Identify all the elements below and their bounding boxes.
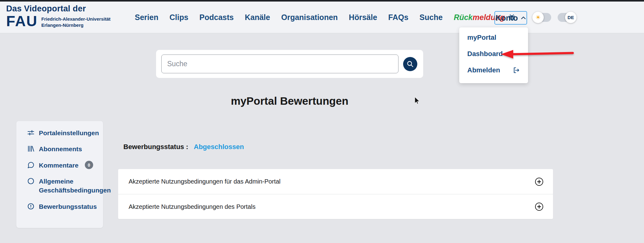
accordion-row-label: Akzeptierte Nutzungsbedingungen des Port…	[129, 203, 255, 210]
search-icon	[407, 60, 414, 68]
feedback-label-green: Rück	[454, 13, 473, 22]
language-label: DE	[568, 15, 574, 20]
language-toggle[interactable]: DE	[558, 13, 576, 22]
main-nav: Serien Clips Podcasts Kanäle Organisatio…	[135, 2, 516, 33]
sidebar-item-label: Bewerbungsstatus	[39, 202, 97, 211]
site-logo[interactable]: Das Videoportal der FAU Friedrich-Alexan…	[6, 4, 110, 28]
language-toggle-knob: DE	[565, 12, 576, 23]
header: Das Videoportal der FAU Friedrich-Alexan…	[0, 2, 644, 33]
nav-item-podcasts[interactable]: Podcasts	[200, 13, 234, 22]
sidebar-item-label: Kommentare	[39, 161, 78, 170]
menu-item-myportal-label: myPortal	[467, 34, 496, 42]
sidebar-item-kommentare[interactable]: Kommentare	[27, 161, 78, 170]
annotation-arrow	[497, 48, 574, 60]
fau-org-line1: Friedrich-Alexander-Universität	[41, 16, 110, 22]
comment-icon	[27, 161, 35, 169]
sidebar-item-abonnements[interactable]: Abonnements	[27, 144, 82, 153]
fau-org-line2: Erlangen-Nürnberg	[41, 22, 110, 28]
status-label: Bewerbungsstatus :	[123, 143, 188, 151]
menu-item-abmelden-label: Abmelden	[467, 66, 500, 74]
accordion-row-portal[interactable]: Akzeptierte Nutzungsbedingungen des Port…	[118, 194, 553, 219]
status-value[interactable]: Abgeschlossen	[194, 143, 244, 151]
search-input[interactable]	[161, 55, 398, 73]
plus-circle-icon[interactable]	[535, 202, 543, 211]
circle-icon	[27, 177, 35, 185]
fau-logo: FAU	[6, 15, 38, 27]
nav-item-serien[interactable]: Serien	[135, 13, 158, 22]
search-button[interactable]	[403, 57, 417, 71]
nav-item-suche[interactable]: Suche	[419, 13, 443, 22]
application-status-row: Bewerbungsstatus : Abgeschlossen	[123, 143, 244, 151]
theme-toggle-knob: ☀	[532, 12, 544, 23]
search-panel	[156, 50, 423, 78]
brand-tagline: Das Videoportal der	[6, 4, 110, 14]
account-button[interactable]: Konto	[494, 11, 527, 25]
alert-circle-icon	[27, 203, 35, 210]
nav-item-faqs[interactable]: FAQs	[388, 13, 408, 22]
sidebar-item-label: Portaleinstellungen	[39, 128, 97, 137]
library-icon	[27, 145, 35, 152]
comments-count-badge: 0	[85, 161, 93, 169]
sliders-icon	[27, 129, 35, 136]
nav-item-clips[interactable]: Clips	[169, 13, 188, 22]
sun-icon: ☀	[535, 14, 541, 20]
nav-item-hoersaele[interactable]: Hörsäle	[349, 13, 377, 22]
plus-circle-icon[interactable]	[535, 177, 543, 186]
sidebar-item-label: Allgemeine Geschäftsbedingungen	[39, 177, 97, 195]
account-button-label: Konto	[496, 14, 518, 22]
menu-item-myportal[interactable]: myPortal	[459, 29, 528, 46]
nav-item-organisationen[interactable]: Organisationen	[281, 13, 338, 22]
theme-toggle[interactable]: ☀	[533, 13, 551, 22]
sidebar-item-bewerbungsstatus[interactable]: Bewerbungsstatus	[27, 202, 97, 211]
terms-accordion: Akzeptierte Nutzungsbedingungen für das …	[118, 169, 553, 219]
chevron-up-icon	[521, 16, 526, 19]
page-title: myPortal Bewertungen	[231, 95, 348, 107]
accordion-row-label: Akzeptierte Nutzungsbedingungen für das …	[129, 178, 281, 185]
logout-icon	[513, 67, 520, 74]
sidebar: Portaleinstellungen Abonnements Kommenta…	[16, 121, 103, 228]
sidebar-item-portaleinstellungen[interactable]: Portaleinstellungen	[27, 128, 97, 137]
sidebar-item-agb[interactable]: Allgemeine Geschäftsbedingungen	[27, 177, 97, 195]
nav-item-kanaele[interactable]: Kanäle	[245, 13, 270, 22]
fau-org-name: Friedrich-Alexander-Universität Erlangen…	[41, 15, 110, 28]
sidebar-item-label: Abonnements	[39, 144, 82, 153]
menu-item-abmelden[interactable]: Abmelden	[459, 62, 528, 78]
accordion-row-admin-portal[interactable]: Akzeptierte Nutzungsbedingungen für das …	[118, 169, 553, 194]
mouse-cursor	[415, 97, 420, 105]
